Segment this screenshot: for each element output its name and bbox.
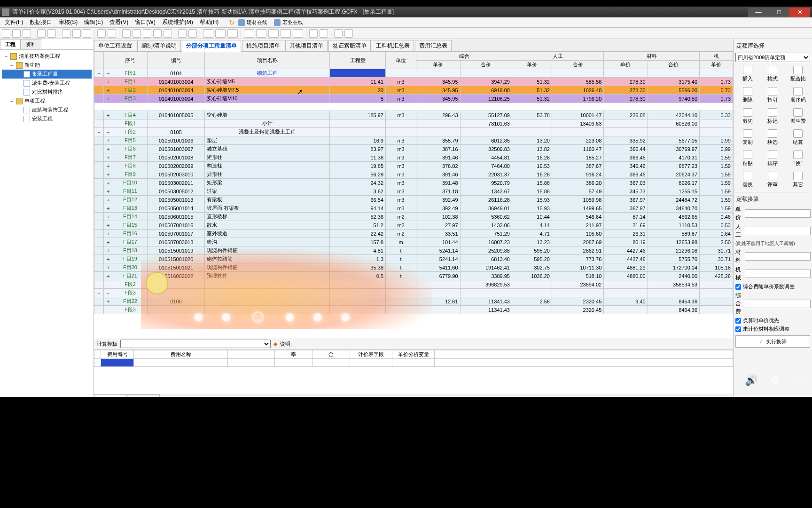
- tb-a-icon[interactable]: [122, 29, 131, 38]
- tb-cut-icon[interactable]: [62, 29, 70, 38]
- tb-redo-icon[interactable]: [47, 29, 56, 38]
- rp-btn-"换"[interactable]: "换": [786, 149, 810, 169]
- tb-list-icon[interactable]: [309, 29, 318, 38]
- tab-fee-sum[interactable]: 费用汇总表: [415, 40, 452, 51]
- tab-compile[interactable]: 编制/清单说明: [137, 40, 181, 51]
- tb-print1-icon[interactable]: [334, 29, 343, 38]
- lefttab-project[interactable]: 工程: [0, 39, 21, 49]
- rp-btn-顺序码[interactable]: 顺序码: [786, 85, 810, 105]
- tb-save-icon[interactable]: [23, 29, 31, 38]
- menu-view[interactable]: 查看(V): [107, 17, 131, 27]
- tab-fbfx[interactable]: 分部分项工程量清单: [182, 40, 241, 52]
- table-row[interactable]: F段2396829.5323694.02358534.53: [94, 280, 733, 289]
- tree-jilu[interactable]: 集录工程量: [2, 70, 92, 79]
- hdr-qty[interactable]: 工程量: [330, 52, 386, 69]
- tb-find-icon[interactable]: [97, 29, 106, 38]
- rp-btn-复制[interactable]: 复制: [735, 127, 760, 148]
- rp-chk2[interactable]: [735, 318, 741, 324]
- menu-audit[interactable]: 审核(S): [56, 17, 80, 27]
- table-row[interactable]: +F目6010501003007独立基础83.97m3387.1632509.8…: [94, 145, 733, 153]
- minimize-button[interactable]: —: [748, 8, 769, 17]
- tb-sum-icon[interactable]: [227, 29, 238, 38]
- rp-execute-button[interactable]: ✓执行换算: [735, 335, 810, 348]
- rp-btn-结算[interactable]: 结算: [786, 127, 810, 148]
- tb-paste-icon[interactable]: [83, 29, 91, 38]
- table-row[interactable]: −−F段20105混凝土及钢筋混凝土工程: [94, 128, 733, 136]
- close-button[interactable]: ✕: [789, 8, 810, 17]
- rp-btn-替换[interactable]: 替换: [735, 170, 760, 190]
- tab-unit-setting[interactable]: 单位工程设置: [94, 40, 136, 51]
- table-row[interactable]: +F目14010506001015直形楼梯52.36m2102.385360.6…: [94, 213, 733, 221]
- rp-btn-标记[interactable]: 标记: [761, 106, 785, 127]
- hdr-cl[interactable]: 材料: [604, 52, 700, 61]
- tree-jianzhu[interactable]: 建筑与装饰工程: [2, 105, 92, 114]
- tb-proj-icon[interactable]: [244, 29, 254, 38]
- tb-d-icon[interactable]: [153, 29, 162, 38]
- rp-btn-删除[interactable]: 删除: [735, 85, 760, 105]
- sub-hdr-rate[interactable]: 率: [275, 350, 312, 359]
- menu-system[interactable]: 系统维护(M): [159, 17, 196, 27]
- hdr-rg[interactable]: 人工: [512, 52, 603, 61]
- tb-copy-icon[interactable]: [72, 29, 81, 38]
- table-row[interactable]: F段311341.432320.458454.36: [94, 306, 733, 314]
- menu-data[interactable]: 数据接口: [27, 17, 55, 27]
- rp-input-rg[interactable]: [745, 227, 811, 235]
- hdr-zh[interactable]: 综合: [416, 52, 512, 61]
- table-row[interactable]: +F目9010502003010异形柱56.28m3391.4622031.37…: [94, 170, 733, 179]
- sub-hdr-field[interactable]: 计价表字段: [350, 350, 392, 359]
- link-hongye[interactable]: 宏业在线: [271, 18, 306, 27]
- rp-btn-剪切[interactable]: 剪切: [735, 106, 760, 127]
- tree-anzhuang[interactable]: 安装工程: [2, 114, 92, 123]
- table-row[interactable]: +F目1010401003004实心砖墙M511.41m3345.953947.…: [94, 78, 733, 86]
- rp-chk1[interactable]: [735, 284, 741, 290]
- table-row[interactable]: +F目2010401003004实心砖墙M7.520m3345.956919.0…: [94, 86, 733, 95]
- sub-hdr-code[interactable]: 费用编号: [101, 350, 134, 359]
- table-row[interactable]: +F目7010502001008矩形柱11.38m3391.464454.811…: [94, 153, 733, 162]
- rp-btn-粘贴[interactable]: 粘贴: [735, 149, 760, 169]
- rp-btn-块选[interactable]: 块选: [761, 127, 785, 148]
- tb-new-icon[interactable]: [2, 29, 10, 38]
- tab-visa[interactable]: 签证索赔清单: [328, 40, 371, 51]
- table-row[interactable]: −−F段3: [94, 289, 733, 297]
- lefttab-material[interactable]: 资料: [21, 39, 41, 49]
- rp-btn-评审[interactable]: 评审: [761, 170, 785, 190]
- sub-hdr-var[interactable]: 单价分析变量: [392, 350, 435, 359]
- tb-print2-icon[interactable]: [344, 29, 353, 38]
- tb-unit-icon[interactable]: [215, 29, 226, 38]
- tb-b-icon[interactable]: [133, 29, 141, 38]
- table-row[interactable]: +F目13010505001014坡屋面 有梁板94.14m3392.49369…: [94, 204, 733, 213]
- hdr-unit[interactable]: 单位: [386, 52, 416, 69]
- rp-btn-排序[interactable]: 排序: [761, 149, 785, 169]
- tab-measure[interactable]: 措施项目清单: [242, 40, 284, 51]
- rp-btn-配合比[interactable]: 配合比: [786, 64, 810, 84]
- table-row[interactable]: +F目8010502002009构造柱19.85m3376.027464.001…: [94, 162, 733, 170]
- rp-chk3[interactable]: [735, 326, 741, 332]
- tree-newfeature[interactable]: −新功能: [2, 61, 92, 70]
- rp-input-jx[interactable]: [745, 270, 811, 278]
- table-row[interactable]: +F目20010515001021现浇构件钢筋35.38t5411.601914…: [94, 263, 733, 272]
- tab-material-sum[interactable]: 工料机汇总表: [372, 40, 414, 51]
- table-row[interactable]: +F目10010503002011矩形梁24.32m3391.489520.79…: [94, 179, 733, 187]
- hdr-code[interactable]: 编号: [148, 52, 205, 69]
- menu-help[interactable]: 帮助(H): [197, 17, 222, 27]
- hdr-seq[interactable]: 序号: [113, 52, 148, 69]
- rp-input-dj[interactable]: [745, 209, 811, 218]
- tree-root[interactable]: −清单技巧案例工程: [2, 52, 92, 61]
- tab-other[interactable]: 其他项目清单: [285, 40, 328, 51]
- tree-danxiang[interactable]: −单项工程: [2, 96, 92, 105]
- tb-lock-icon[interactable]: [268, 29, 279, 38]
- table-row[interactable]: +F目5010501001006垫层16.9m3355.796012.8513.…: [94, 136, 733, 145]
- sub-hdr-amt[interactable]: 金: [312, 350, 350, 359]
- rp-btn-格式[interactable]: 格式: [761, 64, 785, 84]
- sub-cell-selected[interactable]: [101, 359, 134, 367]
- table-row[interactable]: +F目4010401005005空心砖墙185.97m3296.4355127.…: [94, 111, 733, 119]
- tb-e-icon[interactable]: [164, 29, 172, 38]
- sub-hdr-name[interactable]: 费用名称: [134, 350, 228, 359]
- refresh-icon[interactable]: ↻: [229, 19, 234, 26]
- rp-btn-插入[interactable]: 插入: [735, 64, 760, 84]
- fullscreen-icon[interactable]: ⛶: [793, 374, 804, 387]
- tb-f-icon[interactable]: [178, 29, 187, 38]
- menu-edit[interactable]: 编辑(E): [81, 17, 106, 27]
- volume-icon[interactable]: 🔊: [745, 374, 757, 387]
- sub-grid[interactable]: 费用编号 费用名称 率 金 计价表字段 单价分析变量: [94, 349, 733, 394]
